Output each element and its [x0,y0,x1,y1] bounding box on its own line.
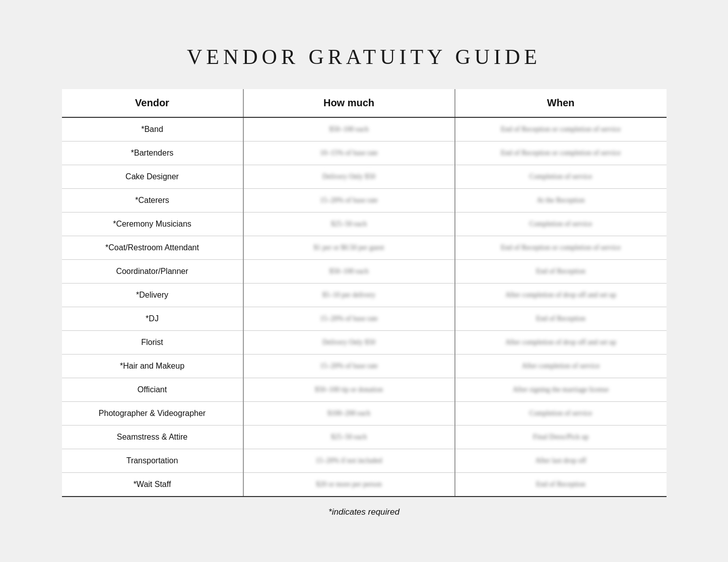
table-row: *DJ15–20% of base rateEnd of Reception [62,307,667,331]
gratuity-table: Vendor How much When *Band$50–100 eachEn… [62,89,667,497]
cell-when: End of Reception [455,260,667,284]
cell-vendor: Cake Designer [62,165,243,189]
cell-how-much: $50–100 each [243,117,455,142]
cell-vendor: Photographer & Videographer [62,402,243,426]
table-row: *Bartenders10–15% of base rateEnd of Rec… [62,142,667,165]
cell-how-much: $1 per or $0.50 per guest [243,236,455,260]
cell-how-much: $20 or more per person [243,473,455,497]
cell-vendor: Officiant [62,378,243,402]
cell-vendor: *Delivery [62,284,243,307]
cell-when: End of Reception or completion of servic… [455,142,667,165]
cell-how-much: 10–15% of base rate [243,142,455,165]
table-row: *Delivery$5–10 per deliveryAfter complet… [62,284,667,307]
cell-vendor: *Wait Staff [62,473,243,497]
page-container: Vendor Gratuity Guide Vendor How much Wh… [62,45,667,517]
cell-vendor: *DJ [62,307,243,331]
cell-how-much: $50–100 each [243,260,455,284]
cell-vendor: *Caterers [62,189,243,213]
cell-when: Completion of service [455,213,667,236]
cell-how-much: 15–20% of base rate [243,307,455,331]
cell-vendor: *Bartenders [62,142,243,165]
table-row: Transportation15–20% if not includedAfte… [62,449,667,473]
footnote: *indicates required [62,507,667,517]
page-title: Vendor Gratuity Guide [62,45,667,69]
cell-vendor: Transportation [62,449,243,473]
table-row: Seamstress & Attire$25–50 eachFinal Dres… [62,426,667,449]
header-vendor: Vendor [62,89,243,117]
table-row: Officiant$50–100 tip or donationAfter si… [62,378,667,402]
table-row: Photographer & Videographer$100–200 each… [62,402,667,426]
table-header-row: Vendor How much When [62,89,667,117]
cell-vendor: *Hair and Makeup [62,355,243,378]
table-row: Coordinator/Planner$50–100 eachEnd of Re… [62,260,667,284]
cell-when: After last drop off [455,449,667,473]
cell-how-much: $100–200 each [243,402,455,426]
table-row: *Band$50–100 eachEnd of Reception or com… [62,117,667,142]
cell-when: After completion of drop off and set up [455,331,667,355]
cell-when: End of Reception or completion of servic… [455,117,667,142]
cell-how-much: $50–100 tip or donation [243,378,455,402]
cell-when: End of Reception [455,307,667,331]
table-row: *Caterers15–20% of base rateAt the Recep… [62,189,667,213]
cell-vendor: Coordinator/Planner [62,260,243,284]
cell-when: Completion of service [455,402,667,426]
cell-how-much: Delivery Only $50 [243,165,455,189]
cell-how-much: 15–20% of base rate [243,355,455,378]
header-when: When [455,89,667,117]
cell-vendor: *Ceremony Musicians [62,213,243,236]
table-row: Cake DesignerDelivery Only $50Completion… [62,165,667,189]
table-row: *Ceremony Musicians$25–50 eachCompletion… [62,213,667,236]
cell-vendor: Florist [62,331,243,355]
cell-vendor: *Band [62,117,243,142]
cell-when: After signing the marriage license [455,378,667,402]
cell-vendor: *Coat/Restroom Attendant [62,236,243,260]
cell-when: At the Reception [455,189,667,213]
cell-how-much: $5–10 per delivery [243,284,455,307]
cell-how-much: 15–20% of base rate [243,189,455,213]
table-row: *Hair and Makeup15–20% of base rateAfter… [62,355,667,378]
cell-how-much: $25–50 each [243,426,455,449]
cell-how-much: $25–50 each [243,213,455,236]
cell-when: After completion of service [455,355,667,378]
table-row: *Wait Staff$20 or more per personEnd of … [62,473,667,497]
cell-when: Completion of service [455,165,667,189]
cell-when: End of Reception or completion of servic… [455,236,667,260]
table-row: *Coat/Restroom Attendant$1 per or $0.50 … [62,236,667,260]
cell-vendor: Seamstress & Attire [62,426,243,449]
cell-when: Final Dress/Pick up [455,426,667,449]
cell-when: After completion of drop off and set up [455,284,667,307]
table-row: FloristDelivery Only $50After completion… [62,331,667,355]
cell-how-much: Delivery Only $50 [243,331,455,355]
cell-when: End of Reception [455,473,667,497]
header-how-much: How much [243,89,455,117]
cell-how-much: 15–20% if not included [243,449,455,473]
